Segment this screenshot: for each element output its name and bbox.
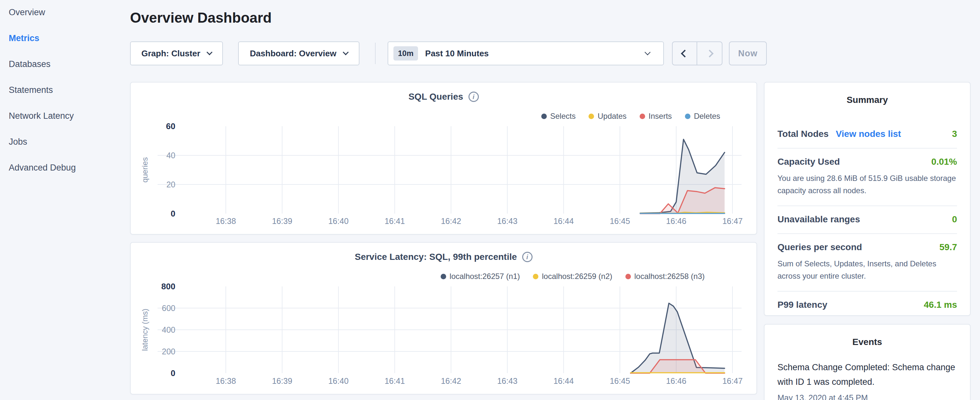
legend-dot-icon [533,274,538,279]
summary-row-label: Queries per second [778,242,862,252]
summary-row: Unavailable ranges0 [778,206,957,233]
svg-text:0: 0 [171,368,175,378]
summary-row-value: 0 [952,214,957,225]
svg-text:16:46: 16:46 [666,376,687,386]
svg-text:200: 200 [162,347,175,356]
chart-legend: SelectsUpdatesInsertsDeletes [541,112,721,121]
controls-divider [375,43,375,64]
y-axis-title: latency (ms) [140,281,150,378]
summary-title: Summary [765,83,970,105]
svg-text:16:40: 16:40 [328,376,349,386]
summary-row-value: 59.7 [940,242,957,252]
svg-text:16:40: 16:40 [328,217,349,226]
summary-panel: Summary Total NodesView nodes list3Capac… [764,82,970,316]
svg-text:16:43: 16:43 [497,376,518,386]
svg-text:400: 400 [162,325,175,334]
chart-canvas: 16:3816:3916:4016:4116:4216:4316:4416:45… [131,83,758,235]
svg-text:16:41: 16:41 [385,376,405,386]
events-title: Events [765,325,970,347]
service-latency-chart-card: Service Latency: SQL, 99th percentile i … [130,242,757,395]
svg-text:40: 40 [166,151,175,160]
legend-dot-icon [625,274,631,279]
time-range-badge: 10m [393,46,418,61]
summary-row-value: 46.1 ms [924,300,957,310]
legend-item: Deletes [685,112,720,121]
chevron-down-icon [343,49,348,55]
sidebar-item-statements[interactable]: Statements [0,77,130,103]
svg-text:16:42: 16:42 [441,217,461,226]
info-icon[interactable]: i [468,92,479,102]
legend-item: localhost:26258 (n3) [625,272,705,281]
sidebar-item-advanced-debug[interactable]: Advanced Debug [0,155,130,180]
event-list-item[interactable]: Schema Change Completed: Schema change w… [778,360,957,400]
view-nodes-list-link[interactable]: View nodes list [836,129,901,139]
chevron-left-icon [681,49,689,57]
svg-text:16:46: 16:46 [666,217,687,226]
legend-label: Inserts [649,112,672,121]
dashboard-dropdown-label: Dashboard: Overview [250,49,336,59]
sidebar: OverviewMetricsDatabasesStatementsNetwor… [0,0,130,180]
summary-row-label: Capacity Used [778,157,840,167]
summary-row-label: P99 latency [778,300,827,310]
legend-label: localhost:26258 (n3) [635,272,705,281]
legend-label: localhost:26257 (n1) [450,272,520,281]
info-icon[interactable]: i [522,252,533,262]
svg-text:600: 600 [162,304,175,312]
legend-item: Inserts [640,112,672,121]
legend-dot-icon [441,274,446,279]
legend-label: Deletes [694,112,720,121]
legend-item: localhost:26257 (n1) [441,272,520,281]
time-step-buttons [672,41,722,65]
summary-row-label: Unavailable ranges [778,214,860,225]
legend-dot-icon [589,113,594,119]
time-range-label: Past 10 Minutes [425,49,646,59]
sidebar-item-overview[interactable]: Overview [0,0,130,25]
next-time-button[interactable] [697,42,722,65]
legend-label: Updates [598,112,626,121]
svg-text:60: 60 [166,121,175,131]
legend-item: Selects [541,112,576,121]
chart-legend: localhost:26257 (n1)localhost:26259 (n2)… [441,272,705,281]
summary-row-description: You are using 28.6 MiB of 515.9 GiB usab… [778,172,957,197]
chart-title: Service Latency: SQL, 99th percentile [355,252,517,262]
summary-row-description: Sum of Selects, Updates, Inserts, and De… [778,258,957,282]
sidebar-item-jobs[interactable]: Jobs [0,129,130,155]
chart-canvas: 16:3816:3916:4016:4116:4216:4316:4416:45… [131,243,758,395]
graph-dropdown[interactable]: Graph: Cluster [130,41,223,65]
svg-text:16:38: 16:38 [216,376,236,386]
legend-dot-icon [541,113,547,119]
svg-text:16:45: 16:45 [610,376,630,386]
now-button[interactable]: Now [729,41,767,65]
svg-text:16:45: 16:45 [610,217,630,226]
controls-bar: Graph: Cluster Dashboard: Overview 10m P… [0,41,980,65]
svg-text:16:39: 16:39 [272,217,293,226]
summary-row-value: 0.01% [931,157,957,167]
legend-dot-icon [685,113,690,119]
y-axis-title: queries [140,121,150,218]
prev-time-button[interactable] [673,42,697,65]
summary-rows: Total NodesView nodes list3Capacity Used… [778,121,957,319]
svg-text:20: 20 [166,180,175,189]
events-panel: Events Schema Change Completed: Schema c… [764,324,970,400]
event-timestamp: May 13, 2020 at 4:45 PM [778,393,957,400]
chevron-right-icon [706,49,713,57]
graph-dropdown-label: Graph: Cluster [142,49,200,59]
svg-text:0: 0 [171,209,175,218]
legend-item: localhost:26259 (n2) [533,272,612,281]
svg-text:16:44: 16:44 [554,217,574,226]
svg-text:16:38: 16:38 [216,217,236,226]
chevron-down-icon [207,49,212,55]
legend-dot-icon [640,113,645,119]
chevron-down-icon [644,49,650,55]
summary-row-label: Total Nodes [778,129,829,139]
time-range-selector[interactable]: 10m Past 10 Minutes [388,41,664,65]
event-message: Schema Change Completed: Schema change w… [778,360,957,389]
chart-title: SQL Queries [408,92,463,102]
dashboard-dropdown[interactable]: Dashboard: Overview [238,41,360,65]
sql-queries-chart-card: SQL Queries i SelectsUpdatesInsertsDelet… [130,82,757,234]
sidebar-item-network-latency[interactable]: Network Latency [0,103,130,129]
legend-item: Updates [589,112,626,121]
svg-text:16:43: 16:43 [497,217,518,226]
summary-row: P99 latency46.1 ms [778,291,957,319]
legend-label: localhost:26259 (n2) [542,272,612,281]
